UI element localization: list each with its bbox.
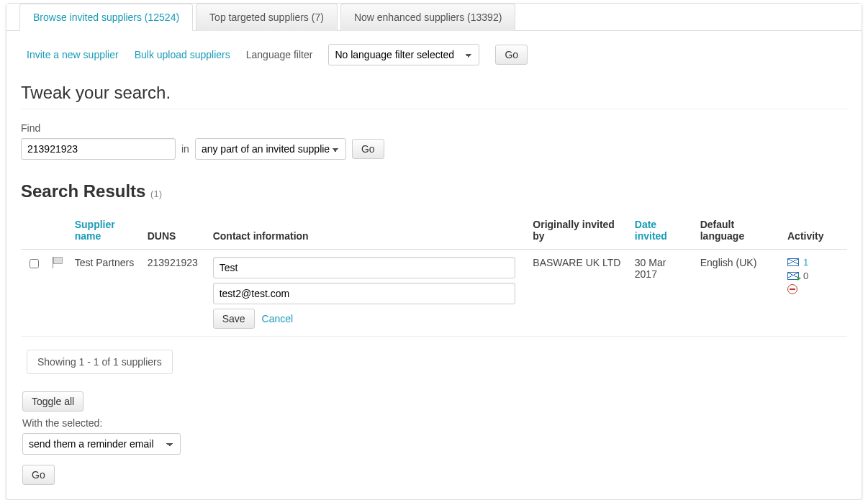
with-selected-label: With the selected: xyxy=(22,417,847,429)
mail-forward-icon[interactable] xyxy=(787,272,799,280)
find-input[interactable] xyxy=(21,138,176,160)
contact-name-input[interactable] xyxy=(213,257,515,278)
find-go-button[interactable]: Go xyxy=(352,139,384,159)
results-heading-text: Search Results xyxy=(21,181,145,201)
showing-summary: Showing 1 - 1 of 1 suppliers xyxy=(27,350,173,374)
language-filter-label: Language filter xyxy=(246,49,313,60)
col-activity: Activity xyxy=(782,212,847,250)
language-filter-select[interactable]: No language filter selected xyxy=(328,44,479,65)
col-supplier-name[interactable]: Supplier name xyxy=(69,212,142,250)
bulk-upload-link[interactable]: Bulk upload suppliers xyxy=(135,49,230,60)
in-label: in xyxy=(181,143,189,155)
cell-supplier-name: Test Partners xyxy=(69,250,142,337)
table-row: Test Partners 213921923 Save Cancel xyxy=(21,250,847,337)
bulk-action-select[interactable]: send them a reminder email xyxy=(22,433,181,455)
activity-mail-count[interactable]: 1 xyxy=(803,257,808,268)
cell-default-language: English (UK) xyxy=(695,250,782,337)
results-heading: Search Results (1) xyxy=(21,181,847,201)
col-duns: DUNS xyxy=(142,212,207,250)
tab-browse[interactable]: Browse invited suppliers (12524) xyxy=(19,4,193,31)
bulk-go-button[interactable]: Go xyxy=(22,465,55,485)
tabs-bar: Browse invited suppliers (12524) Top tar… xyxy=(6,4,862,31)
find-label: Find xyxy=(21,122,847,134)
tab-targeted[interactable]: Top targeted suppliers (7) xyxy=(196,4,338,31)
stop-icon[interactable] xyxy=(787,284,797,294)
toggle-all-button[interactable]: Toggle all xyxy=(22,391,83,412)
results-count: (1) xyxy=(150,188,162,199)
col-invited-by: Originally invited by xyxy=(527,212,628,250)
cell-invited-by: BASWARE UK LTD xyxy=(527,250,628,337)
save-button[interactable]: Save xyxy=(213,309,255,329)
tab-enhanced[interactable]: Now enhanced suppliers (13392) xyxy=(340,4,515,31)
scope-select[interactable]: any part of an invited supplier xyxy=(195,138,346,160)
cancel-link[interactable]: Cancel xyxy=(262,313,294,324)
flag-icon[interactable] xyxy=(53,257,63,268)
cell-date-invited: 30 Mar 2017 xyxy=(629,250,695,337)
invite-link[interactable]: Invite a new supplier xyxy=(27,49,119,60)
row-checkbox[interactable] xyxy=(30,259,39,268)
col-date-invited[interactable]: Date invited xyxy=(629,212,695,250)
tweak-search-heading: Tweak your search. xyxy=(21,83,847,103)
cell-duns: 213921923 xyxy=(142,250,207,337)
results-table: Supplier name DUNS Contact information O… xyxy=(21,212,847,337)
activity-forward-count: 0 xyxy=(803,271,808,281)
col-contact: Contact information xyxy=(207,212,528,250)
contact-email-input[interactable] xyxy=(213,283,515,304)
language-filter-go-button[interactable]: Go xyxy=(495,45,528,65)
col-default-language: Default language xyxy=(695,212,782,250)
mail-icon[interactable] xyxy=(787,258,799,266)
